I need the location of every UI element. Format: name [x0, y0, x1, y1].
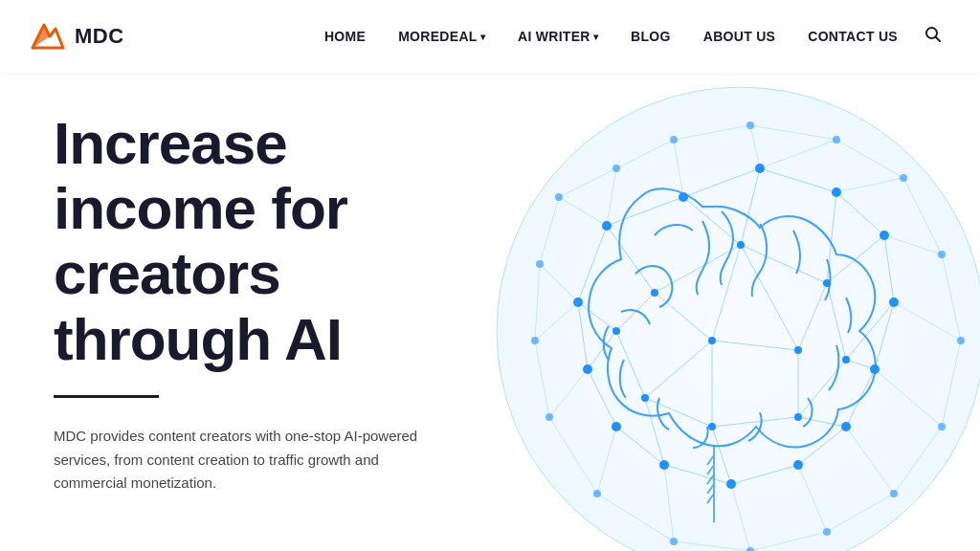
svg-point-121: [670, 136, 678, 143]
svg-point-119: [833, 136, 840, 143]
nav-moredeal[interactable]: MOREDEAL ▾: [385, 21, 499, 52]
nav-ai-writer[interactable]: AI WRITER ▾: [504, 21, 612, 52]
svg-point-68: [641, 394, 649, 402]
svg-point-108: [531, 337, 539, 344]
svg-point-113: [823, 528, 831, 536]
nav-home[interactable]: HOME: [311, 21, 379, 52]
chevron-down-icon: ▾: [480, 32, 485, 42]
svg-point-114: [890, 490, 898, 497]
search-button[interactable]: [917, 18, 949, 55]
svg-point-120: [746, 121, 754, 129]
svg-point-118: [900, 174, 907, 182]
logo[interactable]: MDC: [31, 19, 124, 54]
main-nav: HOME MOREDEAL ▾ AI WRITER ▾ BLOG ABOUT U…: [311, 18, 949, 55]
svg-point-63: [737, 241, 745, 249]
nav-blog[interactable]: BLOG: [617, 21, 684, 52]
nav-about-us[interactable]: ABOUT US: [690, 21, 790, 52]
hero-divider: [54, 395, 159, 398]
svg-point-109: [546, 413, 553, 421]
svg-point-62: [651, 289, 658, 297]
hero-content: Increase income for creators through AI …: [0, 73, 498, 496]
svg-line-3: [936, 36, 941, 41]
svg-point-107: [536, 260, 544, 268]
hero-description: MDC provides content creators with one-s…: [54, 425, 456, 496]
nav-contact-us[interactable]: CONTACT US: [794, 21, 911, 52]
svg-point-66: [794, 413, 802, 421]
svg-point-116: [957, 337, 965, 344]
logo-icon: [31, 19, 65, 54]
svg-point-117: [938, 251, 946, 258]
svg-point-115: [938, 423, 946, 430]
svg-point-65: [842, 356, 850, 364]
search-icon: [924, 26, 942, 43]
chevron-down-icon: ▾: [593, 32, 598, 42]
hero-illustration: [463, 73, 980, 551]
svg-point-70: [708, 337, 716, 344]
logo-text: MDC: [75, 24, 124, 49]
svg-point-111: [670, 538, 678, 545]
svg-point-69: [612, 327, 620, 335]
svg-point-67: [708, 423, 716, 430]
svg-point-4: [497, 87, 980, 551]
svg-point-106: [555, 193, 563, 201]
svg-point-110: [593, 490, 601, 497]
svg-point-122: [612, 165, 620, 172]
hero-section: Increase income for creators through AI …: [0, 73, 980, 551]
hero-title: Increase income for creators through AI: [54, 111, 459, 372]
svg-point-71: [794, 346, 802, 354]
